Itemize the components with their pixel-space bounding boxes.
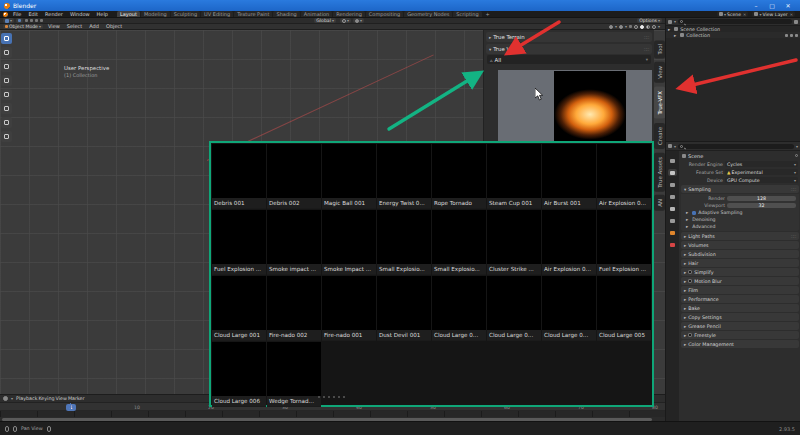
- asset-item[interactable]: Cloud Large 005: [597, 276, 651, 341]
- outliner-row-collection[interactable]: ▸Collection: [666, 32, 800, 38]
- sampling-section-header[interactable]: ▾ Sampling ∷∷: [681, 185, 799, 193]
- unlink-icon[interactable]: ✕: [743, 12, 746, 17]
- checkbox-motion-blur[interactable]: [688, 279, 692, 283]
- annotate-tool-button[interactable]: [1, 117, 12, 128]
- asset-item[interactable]: Air Explosion 0...: [597, 144, 651, 209]
- move-tool-button[interactable]: [1, 61, 12, 72]
- menu-edit[interactable]: Edit: [25, 11, 41, 18]
- viewport-menu-select[interactable]: Select: [64, 23, 85, 30]
- checkbox-icon[interactable]: [785, 34, 788, 37]
- object-properties-tab[interactable]: [668, 229, 677, 236]
- world-properties-tab[interactable]: [668, 217, 677, 224]
- shading-material-icon[interactable]: [646, 25, 650, 29]
- section-grease-pencil[interactable]: ▸Grease Pencil: [681, 322, 799, 330]
- field-value-dropdown[interactable]: GPU Compute▾: [725, 177, 798, 183]
- proportional-editing-toggle[interactable]: ▾: [353, 18, 364, 23]
- asset-item[interactable]: Air Explosion 0...: [542, 210, 596, 275]
- checkbox-simplify[interactable]: [688, 270, 692, 274]
- section-performance[interactable]: ▸Performance: [681, 295, 799, 303]
- add-workspace-button[interactable]: +: [483, 11, 493, 17]
- editor-type-icon[interactable]: [668, 144, 672, 148]
- snapping-toggle[interactable]: ▾: [340, 18, 351, 23]
- sidebar-tab-true-assets[interactable]: True Assets: [654, 153, 665, 192]
- subpanel-adaptive-sampling[interactable]: ▸Adaptive Sampling: [681, 209, 799, 216]
- mode-dropdown[interactable]: Object Mode▾: [3, 24, 43, 29]
- menu-help[interactable]: Help: [94, 11, 111, 18]
- sidebar-tab-view[interactable]: View: [654, 62, 665, 83]
- current-frame-indicator[interactable]: 1: [66, 404, 76, 411]
- measure-tool-button[interactable]: [1, 131, 12, 142]
- asset-item[interactable]: Cloud Large 0...: [542, 276, 596, 341]
- workspace-tab-uv-editing[interactable]: UV Editing: [201, 11, 233, 17]
- asset-item[interactable]: Fire-nado 001: [322, 276, 376, 341]
- asset-item[interactable]: Fuel Explosion ...: [212, 210, 266, 275]
- asset-item[interactable]: Rope Tornado: [432, 144, 486, 209]
- shading-rendered-icon[interactable]: [652, 25, 656, 29]
- asset-item[interactable]: Cloud Large 0...: [432, 276, 486, 341]
- vdb-category-dropdown[interactable]: ▵ All ▾: [487, 55, 651, 64]
- viewport-menu-view[interactable]: View: [45, 23, 63, 30]
- render-properties-tab[interactable]: [668, 169, 677, 176]
- scale-tool-button[interactable]: [1, 89, 12, 100]
- sidebar-tab-create[interactable]: Create: [654, 123, 665, 149]
- menu-window[interactable]: Window: [67, 11, 93, 18]
- outliner-search-input[interactable]: [678, 19, 792, 24]
- workspace-tab-modeling[interactable]: Modeling: [141, 11, 170, 17]
- sidebar-tab-true-vfx[interactable]: True-VFX: [654, 87, 665, 119]
- editor-type-icon[interactable]: [668, 20, 672, 24]
- viewport-menu-object[interactable]: Object: [103, 23, 125, 30]
- asset-item[interactable]: Small Explosio...: [377, 210, 431, 275]
- sidebar-tab-an[interactable]: AN: [654, 195, 665, 211]
- close-button[interactable]: ✕: [780, 0, 796, 11]
- timeline-menu-playback[interactable]: Playback: [16, 396, 37, 401]
- pin-icon[interactable]: [795, 154, 798, 157]
- field-value-dropdown[interactable]: Cycles▾: [725, 161, 798, 167]
- grip-icon[interactable]: ∷∷: [644, 35, 649, 40]
- timeline-channels[interactable]: [0, 411, 665, 417]
- asset-item[interactable]: Small Explosio...: [432, 210, 486, 275]
- tool-option-icon[interactable]: [25, 19, 28, 22]
- timeline-menu-marker[interactable]: Marker: [68, 396, 85, 401]
- xray-icon[interactable]: [629, 25, 632, 28]
- scene-selector[interactable]: ▾ Scene ✕: [717, 11, 748, 17]
- sidebar-tab-tool[interactable]: Tool: [654, 40, 665, 58]
- grip-icon[interactable]: ∷∷: [791, 187, 796, 192]
- asset-item[interactable]: Debris 001: [212, 144, 266, 209]
- clock-icon[interactable]: [3, 396, 8, 401]
- asset-item[interactable]: Energy Twist 0...: [377, 144, 431, 209]
- properties-search-input[interactable]: [678, 144, 794, 149]
- blender-menu-icon[interactable]: [3, 12, 8, 17]
- workspace-tab-animation[interactable]: Animation: [301, 11, 333, 17]
- workspace-tab-sculpting[interactable]: Sculpting: [171, 11, 200, 17]
- disclosure-icon[interactable]: ▸: [674, 33, 676, 38]
- asset-item[interactable]: Steam Cup 001: [487, 144, 541, 209]
- select-tool-button[interactable]: [16, 18, 23, 23]
- filter-icon[interactable]: ▾: [796, 144, 798, 149]
- asset-item[interactable]: Magic Ball 001: [322, 144, 376, 209]
- workspace-tab-texture-paint[interactable]: Texture Paint: [234, 11, 272, 17]
- subpanel-advanced[interactable]: ▸Advanced: [681, 223, 799, 230]
- tool-properties-tab[interactable]: [668, 157, 677, 164]
- grip-icon[interactable]: ∷∷: [791, 234, 796, 239]
- tool-option-icon[interactable]: [35, 19, 38, 22]
- workspace-tab-layout[interactable]: Layout: [117, 11, 140, 17]
- cursor-tool-button[interactable]: [1, 47, 12, 58]
- viewport-menu-add[interactable]: Add: [86, 23, 102, 30]
- maximize-button[interactable]: ▢: [764, 0, 780, 11]
- asset-item[interactable]: Cluster Strike ...: [487, 210, 541, 275]
- field-value-dropdown[interactable]: ▲Experimental▾: [725, 169, 798, 175]
- panel-true-terrain[interactable]: ▸ True Terrain ∷∷: [486, 32, 652, 42]
- asset-item[interactable]: Air Burst 001: [542, 144, 596, 209]
- select-box-tool-button[interactable]: [1, 33, 12, 44]
- section-bake[interactable]: ▸Bake: [681, 304, 799, 312]
- timeline-menu-keying[interactable]: Keying: [38, 396, 54, 401]
- checkbox-adaptive-sampling[interactable]: [692, 211, 696, 215]
- section-hair[interactable]: ▸Hair: [681, 259, 799, 267]
- asset-item[interactable]: Cloud Large 001: [212, 276, 266, 341]
- render-visibility-icon[interactable]: [795, 34, 798, 37]
- section-simplify[interactable]: ▸Simplify: [681, 268, 799, 276]
- physics-properties-tab[interactable]: [668, 241, 677, 248]
- options-dropdown[interactable]: Options▾: [637, 18, 662, 23]
- minimize-button[interactable]: –: [748, 0, 764, 11]
- subpanel-denoising[interactable]: ▸Denoising: [681, 216, 799, 223]
